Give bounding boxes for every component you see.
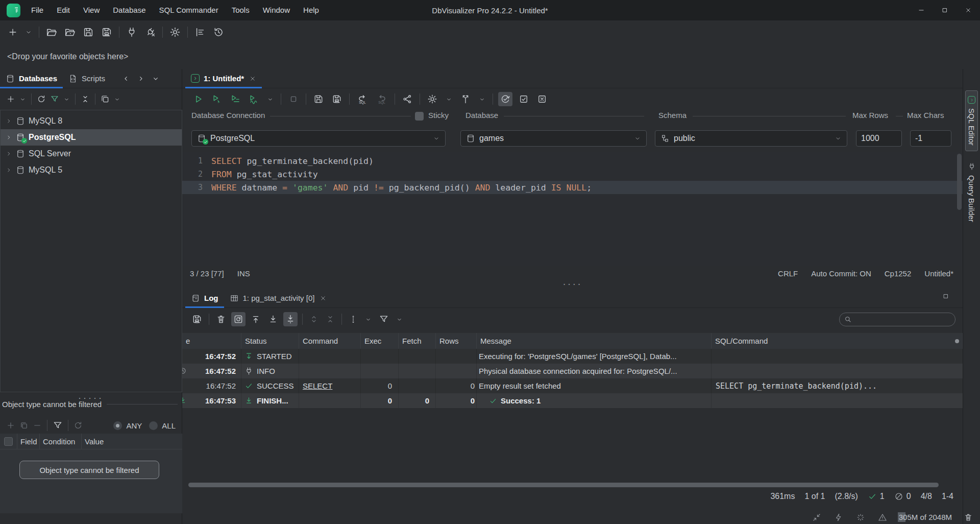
menu-tools[interactable]: Tools [225, 0, 256, 20]
tab-scripts[interactable]: Scripts [63, 69, 111, 88]
open-file-button[interactable] [44, 25, 59, 40]
execute-explain-button[interactable] [247, 92, 261, 106]
shrink-memory-button[interactable] [810, 511, 823, 524]
col-sql-command[interactable]: SQL/Command [712, 333, 963, 349]
history-button[interactable] [211, 25, 226, 40]
menu-database[interactable]: Database [106, 0, 152, 20]
menu-sql-commander[interactable]: SQL Commander [153, 0, 225, 20]
close-button[interactable] [957, 0, 980, 20]
col-rows[interactable]: Rows [436, 333, 477, 349]
new-object-dropdown[interactable] [23, 27, 34, 38]
tree-refresh-button[interactable] [35, 92, 48, 106]
log-export-button[interactable] [190, 312, 204, 326]
tree-item-postgresql[interactable]: PostgreSQL [1, 129, 182, 146]
log-search-input[interactable] [839, 313, 955, 326]
sql-code-editor[interactable]: 1 SELECT pg_terminate_backend(pid) 2 FRO… [182, 152, 963, 266]
table-settings-dot[interactable] [955, 339, 959, 343]
schema-select[interactable]: public [655, 130, 847, 147]
stop-button[interactable] [286, 92, 301, 106]
log-row-2[interactable]: 16:47:52 INFO Physical database connecti… [182, 364, 963, 378]
tab-close-button[interactable] [249, 75, 256, 82]
chevron-right-icon[interactable] [5, 117, 12, 125]
sticky-checkbox[interactable] [415, 112, 424, 121]
menu-edit[interactable]: Edit [50, 0, 77, 20]
filter-disabled-button[interactable]: Object type cannot be filtered [19, 461, 159, 479]
menu-help[interactable]: Help [297, 0, 326, 20]
save-button[interactable] [81, 25, 96, 40]
format-sql-dropdown[interactable] [477, 94, 487, 105]
col-status[interactable]: Status [241, 333, 299, 349]
tree-add-button[interactable] [4, 92, 17, 106]
filter-col-condition[interactable]: Condition [40, 434, 82, 449]
chevron-right-icon[interactable] [5, 134, 12, 141]
col-time[interactable]: e [182, 333, 241, 349]
chevron-right-icon[interactable] [5, 150, 12, 157]
warnings-button[interactable] [876, 511, 889, 524]
save-as-button[interactable] [99, 25, 114, 40]
log-autoclear-toggle[interactable] [231, 312, 246, 326]
encoding-indicator[interactable]: Cp1252 [885, 269, 912, 278]
vtab-sql-editor[interactable]: SQL Editor [965, 90, 978, 151]
execute-dropdown[interactable] [265, 94, 276, 105]
favorites-bar[interactable]: <Drop your favorite objects here> [0, 44, 980, 69]
tab-databases[interactable]: Databases [0, 69, 63, 88]
log-expand-button[interactable] [307, 313, 321, 326]
log-collapse-button[interactable] [324, 313, 337, 326]
maxrows-input[interactable] [856, 130, 902, 147]
log-scroll-top-button[interactable] [249, 312, 263, 326]
tree-item-mysql8[interactable]: MySQL 8 [1, 113, 182, 129]
variables-button[interactable] [400, 92, 414, 106]
col-exec[interactable]: Exec [361, 333, 399, 349]
log-row-1[interactable]: 16:47:52 STARTED Executing for: 'Postgre… [182, 349, 963, 364]
code-line-1[interactable]: 1 SELECT pg_terminate_backend(pid) [182, 154, 963, 168]
log-filter-dropdown[interactable] [394, 314, 405, 325]
tree-collapse-all-button[interactable] [79, 92, 92, 106]
execute-button[interactable] [191, 92, 206, 106]
filter-select-all-checkbox[interactable] [4, 437, 13, 446]
maximize-pane-button[interactable] [942, 293, 949, 300]
filter-copy-button[interactable] [17, 419, 31, 432]
log-horizontal-scrollbar[interactable] [188, 483, 939, 487]
filter-apply-button[interactable] [51, 418, 65, 433]
tree-item-sqlserver[interactable]: SQL Server [1, 146, 182, 162]
log-row-3[interactable]: 16:47:52 SUCCESS SELECT 0 0 Empty result… [182, 378, 963, 393]
tab-untitled-editor[interactable]: 1: Untitled* [185, 69, 262, 88]
connect-button[interactable] [124, 25, 139, 40]
rollback-button[interactable] [535, 92, 549, 106]
charts-button[interactable] [192, 25, 208, 40]
editor-scrollbar[interactable] [957, 154, 962, 210]
tab-scroll-right-icon[interactable] [137, 75, 145, 83]
execute-current-button[interactable] [210, 92, 224, 106]
code-line-3-current[interactable]: 3 WHERE datname = 'games' AND pid != pg_… [182, 181, 963, 194]
sql-redo-button[interactable] [374, 91, 389, 107]
commit-button[interactable] [517, 92, 531, 106]
format-sql-button[interactable] [458, 92, 473, 106]
gc-button[interactable] [962, 511, 975, 524]
log-command-link[interactable]: SELECT [303, 382, 332, 390]
log-filter-button[interactable] [377, 312, 391, 326]
col-message[interactable]: Message [477, 333, 712, 349]
tree-open-window-button[interactable] [99, 92, 112, 106]
performance-button[interactable] [832, 511, 845, 524]
log-row-height-button[interactable] [347, 313, 360, 326]
eol-indicator[interactable]: CRLF [778, 269, 798, 278]
autocommit-indicator[interactable]: Auto Commit: ON [811, 269, 871, 278]
filter-add-button[interactable] [4, 419, 17, 432]
log-scroll-bottom-button[interactable] [266, 312, 280, 326]
menu-window[interactable]: Window [256, 0, 297, 20]
tab-log[interactable]: Log [185, 289, 224, 307]
editor-settings-dropdown[interactable] [444, 94, 454, 105]
tree-open-window-dropdown[interactable] [112, 94, 122, 105]
tab-scroll-left-icon[interactable] [122, 75, 130, 83]
vtab-query-builder[interactable]: Query Builder [966, 157, 977, 227]
tab-list-icon[interactable] [152, 75, 160, 83]
col-fetch[interactable]: Fetch [399, 333, 436, 349]
database-select[interactable]: games [460, 130, 647, 147]
new-object-button[interactable] [6, 25, 20, 39]
code-line-2[interactable]: 2 FROM pg_stat_activity [182, 168, 963, 181]
open-recent-button[interactable] [62, 25, 78, 40]
log-clear-button[interactable] [214, 312, 228, 326]
maxchars-input[interactable] [910, 130, 951, 147]
disconnect-button[interactable] [142, 25, 158, 40]
editor-log-splitter[interactable]: ···· [182, 280, 963, 287]
